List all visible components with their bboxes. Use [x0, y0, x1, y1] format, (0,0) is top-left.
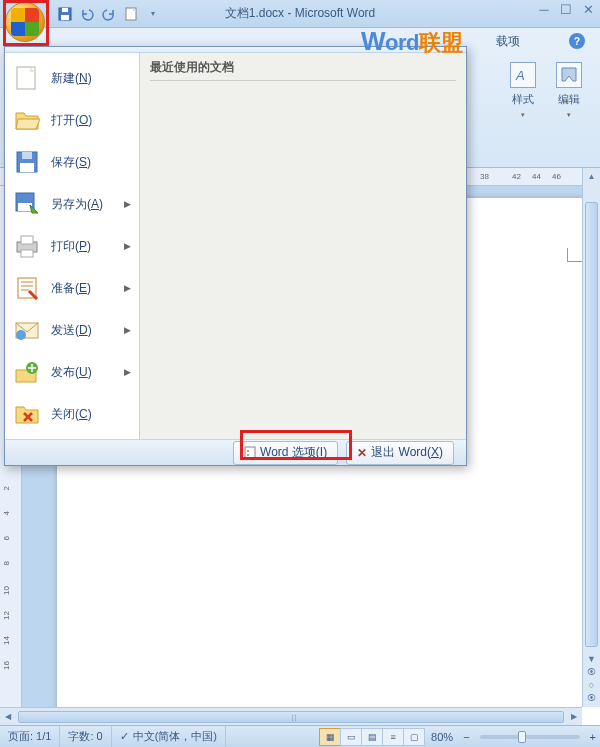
reading-view-icon[interactable]: ▭: [340, 728, 362, 746]
menu-label: 保存(S): [51, 154, 91, 171]
save-icon: [13, 148, 41, 176]
send-icon: [13, 316, 41, 344]
menu-item-saveas[interactable]: 另存为(A) ▶: [5, 183, 139, 225]
view-buttons: ▦ ▭ ▤ ≡ ▢: [320, 728, 425, 746]
ribbon-group-right: A 样式 ▾ 编辑 ▾: [502, 55, 590, 125]
exit-word-button[interactable]: ✕ 退出 Word(X): [346, 441, 454, 465]
minimize-button[interactable]: ─: [536, 2, 552, 16]
next-page-icon[interactable]: ⦿: [585, 693, 599, 705]
menu-item-prepare[interactable]: 准备(E) ▶: [5, 267, 139, 309]
zoom-out-button[interactable]: −: [459, 731, 473, 743]
svg-point-16: [16, 330, 26, 340]
ribbon-tab-partial[interactable]: 载项: [496, 33, 520, 50]
scroll-up-icon[interactable]: ▲: [583, 168, 600, 184]
horizontal-scrollbar[interactable]: ◀ ⁞⁞ ▶: [0, 707, 582, 725]
office-menu-footer: Word 选项(I) ✕ 退出 Word(X): [5, 439, 466, 465]
margin-corner-icon: [567, 248, 582, 262]
ruler-tick: 38: [480, 172, 489, 181]
print-icon: [13, 232, 41, 260]
styles-button[interactable]: A 样式 ▾: [502, 55, 544, 125]
menu-label: 打印(P): [51, 238, 91, 255]
quick-access-toolbar: ▾: [55, 4, 163, 24]
draft-view-icon[interactable]: ▢: [403, 728, 425, 746]
scroll-thumb-h[interactable]: ⁞⁞: [18, 711, 564, 723]
menu-label: 发送(D): [51, 322, 92, 339]
office-button[interactable]: [5, 2, 45, 42]
exit-label: 退出 Word(X): [371, 444, 443, 461]
menu-item-print[interactable]: 打印(P) ▶: [5, 225, 139, 267]
new-icon: [13, 64, 41, 92]
recent-documents-panel: 最近使用的文档: [140, 53, 466, 439]
office-logo-icon: [11, 8, 39, 36]
status-page[interactable]: 页面: 1/1: [0, 726, 60, 747]
zoom-in-button[interactable]: +: [586, 731, 600, 743]
ruler-tick: 12: [2, 611, 11, 620]
ruler-tick: 14: [2, 636, 11, 645]
ruler-tick: 6: [2, 536, 11, 540]
styles-icon: A: [510, 62, 536, 88]
svg-text:A: A: [515, 68, 525, 83]
new-doc-icon[interactable]: [121, 4, 141, 24]
zoom-slider[interactable]: [480, 735, 580, 739]
menu-item-open[interactable]: 打开(O): [5, 99, 139, 141]
redo-icon[interactable]: [99, 4, 119, 24]
print-layout-view-icon[interactable]: ▦: [319, 728, 341, 746]
qat-dropdown-icon[interactable]: ▾: [143, 4, 163, 24]
ruler-tick: 2: [2, 486, 11, 490]
scroll-down-icon[interactable]: ▼: [585, 654, 599, 666]
menu-label: 发布(U): [51, 364, 92, 381]
recent-documents-title: 最近使用的文档: [150, 59, 456, 81]
close-button[interactable]: ✕: [580, 2, 596, 16]
options-icon: [244, 446, 256, 460]
submenu-arrow-icon: ▶: [124, 325, 131, 335]
status-language[interactable]: ✓中文(简体，中国): [112, 726, 226, 747]
prev-page-icon[interactable]: ⦿: [585, 667, 599, 679]
zoom-slider-knob[interactable]: [518, 731, 526, 743]
ruler-tick: 46: [552, 172, 561, 181]
ruler-tick: 16: [2, 661, 11, 670]
submenu-arrow-icon: ▶: [124, 241, 131, 251]
scroll-left-icon[interactable]: ◀: [0, 709, 16, 725]
edit-button[interactable]: 编辑 ▾: [548, 55, 590, 125]
vertical-scrollbar[interactable]: ▲ ▼ ⦿ ○ ⦿: [582, 168, 600, 707]
word-options-button[interactable]: Word 选项(I): [233, 441, 338, 465]
svg-point-21: [247, 454, 249, 456]
web-view-icon[interactable]: ▤: [361, 728, 383, 746]
zoom-level[interactable]: 80%: [425, 731, 459, 743]
menu-item-send[interactable]: 发送(D) ▶: [5, 309, 139, 351]
app-title: 文档1.docx - Microsoft Word: [225, 5, 375, 22]
ruler-tick: 8: [2, 561, 11, 565]
ruler-tick: 42: [512, 172, 521, 181]
menu-item-publish[interactable]: 发布(U) ▶: [5, 351, 139, 393]
edit-label: 编辑: [558, 92, 580, 107]
status-language-label: 中文(简体，中国): [133, 729, 217, 744]
submenu-arrow-icon: ▶: [124, 367, 131, 377]
menu-item-save[interactable]: 保存(S): [5, 141, 139, 183]
scroll-right-icon[interactable]: ▶: [566, 709, 582, 725]
browse-object-icon[interactable]: ○: [585, 680, 599, 692]
svg-rect-13: [21, 250, 33, 257]
publish-icon: [13, 358, 41, 386]
svg-rect-12: [21, 236, 33, 244]
svg-rect-2: [62, 8, 68, 12]
menu-label: 关闭(C): [51, 406, 92, 423]
ruler-tick: 4: [2, 511, 11, 515]
submenu-arrow-icon: ▶: [124, 283, 131, 293]
open-icon: [13, 106, 41, 134]
office-menu-left: 新建(N) 打开(O) 保存(S) 另存为(A) ▶ 打印(P) ▶: [5, 53, 140, 439]
status-words[interactable]: 字数: 0: [60, 726, 111, 747]
scroll-thumb[interactable]: [585, 202, 598, 647]
menu-item-new[interactable]: 新建(N): [5, 57, 139, 99]
office-menu: 新建(N) 打开(O) 保存(S) 另存为(A) ▶ 打印(P) ▶: [4, 46, 467, 466]
maximize-button[interactable]: ☐: [558, 2, 574, 16]
svg-rect-8: [22, 152, 32, 159]
menu-label: 新建(N): [51, 70, 92, 87]
svg-rect-1: [61, 15, 69, 20]
save-icon[interactable]: [55, 4, 75, 24]
find-icon: [556, 62, 582, 88]
svg-point-20: [247, 450, 249, 452]
outline-view-icon[interactable]: ≡: [382, 728, 404, 746]
help-icon[interactable]: ?: [569, 33, 585, 49]
menu-item-close[interactable]: 关闭(C): [5, 393, 139, 435]
undo-icon[interactable]: [77, 4, 97, 24]
